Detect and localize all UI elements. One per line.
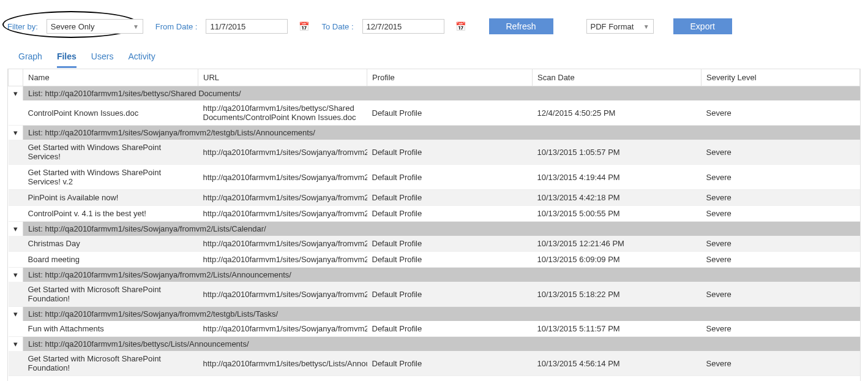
filter-by-select[interactable]: Severe Only ▼ [47,19,143,34]
cell-name: Get Started with Windows SharePoint Serv… [23,165,198,190]
column-name[interactable]: Name [23,69,198,86]
chevron-down-icon: ▼ [133,23,139,30]
cell-name: Get Started with Microsoft SharePoint Fo… [23,282,198,307]
group-header-row: ▾List: http://qa2010farmvm1/sites/bettys… [9,337,860,352]
calendar-icon[interactable]: 📅 [455,21,466,31]
calendar-icon[interactable]: 📅 [299,21,309,31]
column-profile[interactable]: Profile [367,69,533,86]
cell-url: http://qa2010farmvm1/sites/Sowjanya/from… [198,206,367,222]
group-header-row: ▾List: http://qa2010farmvm1/sites/Sowjan… [9,268,860,282]
results-grid: Name URL Profile Scan Date Severity Leve… [7,69,861,381]
group-collapse-icon[interactable]: ▾ [9,126,23,140]
to-date-label: To Date : [321,22,353,31]
table-row[interactable]: PinPoint is Available now!http://qa2010f… [9,190,860,206]
cell-profile: Default Profile [367,282,533,307]
cell-name: Board meeting [23,252,198,268]
cell-url: http://qa2010farmvm1/sites/Sowjanya/from… [198,165,367,190]
cell-profile: Default Profile [367,100,533,126]
cell-profile: Default Profile [367,140,533,165]
cell-scan-date: 12/4/2015 4:50:25 PM [533,100,702,126]
cell-url: http://qa2010farmvm1/sites/Sowjanya/from… [198,140,367,165]
cell-severity: Severe [702,321,860,337]
column-severity[interactable]: Severity Level [702,69,860,86]
cell-name: PinPoint is Available now! [23,190,198,206]
cell-severity: Severe [702,190,860,206]
cell-profile: Default Profile [367,252,533,268]
table-row[interactable]: Board meetinghttp://qa2010farmvm1/sites/… [9,252,860,268]
cell-url: http://qa2010farmvm1/sites/Sowjanya/from… [198,321,367,337]
from-date-value: 11/7/2015 [210,22,245,31]
export-format-value: PDF Format [591,22,634,31]
cell-name: ControlPoint v. 4.1 is the best yet! [23,206,198,222]
export-format-select[interactable]: PDF Format ▼ [586,19,654,34]
group-collapse-icon[interactable]: ▾ [9,307,23,322]
column-header-row: Name URL Profile Scan Date Severity Leve… [9,69,860,86]
cell-url: http://qa2010farmvm1/sites/bettysc/Lists… [198,351,367,376]
table-row[interactable]: Get Started with Microsoft SharePoint Fo… [9,351,860,376]
chevron-down-icon: ▼ [643,23,649,30]
group-header-label: List: http://qa2010farmvm1/sites/Sowjany… [23,307,860,322]
filter-by-value: Severe Only [51,22,95,31]
group-collapse-icon[interactable]: ▾ [9,222,23,236]
table-row[interactable]: Get Started with Windows SharePoint Serv… [9,165,860,190]
tab-graph[interactable]: Graph [18,47,42,68]
cell-name: Get Started with Windows SharePoint Serv… [23,140,198,165]
cell-url: http://qa2010farmvm1/sites/bettysc/Share… [198,100,367,126]
group-header-label: List: http://qa2010farmvm1/sites/Sowjany… [23,222,860,236]
tab-bar: GraphFilesUsersActivity [0,40,868,69]
tab-files[interactable]: Files [57,47,77,68]
group-header-row: ▾List: http://qa2010farmvm1/sites/Sowjan… [9,307,860,322]
cell-severity: Severe [702,236,860,252]
to-date-input[interactable]: 12/7/2015 [362,19,444,34]
group-collapse-icon[interactable]: ▾ [9,86,23,101]
group-header-label: List: http://qa2010farmvm1/sites/Sowjany… [23,268,860,282]
tab-activity[interactable]: Activity [128,47,155,68]
column-scan-date[interactable]: Scan Date [533,69,702,86]
cell-severity: Severe [702,100,860,126]
cell-url: http://qa2010farmvm1/sites/Sowjanya/from… [198,190,367,206]
table-row[interactable]: Christmas Dayhttp://qa2010farmvm1/sites/… [9,236,860,252]
cell-profile: Default Profile [367,206,533,222]
cell-url: http://qa2010farmvm1/sites/Sowjanya/from… [198,252,367,268]
pager: |‹ ‹ 12345678910 ... › ›| Page size: 10 … [8,376,860,381]
cell-scan-date: 10/13/2015 5:00:55 PM [533,206,702,222]
cell-severity: Severe [702,282,860,307]
cell-url: http://qa2010farmvm1/sites/Sowjanya/from… [198,282,367,307]
cell-profile: Default Profile [367,321,533,337]
table-row[interactable]: Get Started with Windows SharePoint Serv… [9,140,860,165]
to-date-value: 12/7/2015 [367,22,402,31]
cell-scan-date: 10/13/2015 6:09:09 PM [533,252,702,268]
table-row[interactable]: Fun with Attachmentshttp://qa2010farmvm1… [9,321,860,337]
refresh-button[interactable]: Refresh [489,18,553,34]
group-header-row: ▾List: http://qa2010farmvm1/sites/Sowjan… [9,222,860,236]
cell-scan-date: 10/13/2015 4:19:44 PM [533,165,702,190]
group-header-label: List: http://qa2010farmvm1/sites/bettysc… [23,337,860,352]
filter-by-label: Filter by: [7,22,38,31]
tab-users[interactable]: Users [91,47,114,68]
cell-scan-date: 10/13/2015 5:18:22 PM [533,282,702,307]
table-row[interactable]: Get Started with Microsoft SharePoint Fo… [9,282,860,307]
column-toggle [9,69,23,86]
filter-toolbar: Filter by: Severe Only ▼ From Date : 11/… [0,0,868,40]
column-url[interactable]: URL [198,69,367,86]
group-header-label: List: http://qa2010farmvm1/sites/bettysc… [23,86,860,101]
cell-name: ControlPoint Known Issues.doc [23,100,198,126]
group-header-label: List: http://qa2010farmvm1/sites/Sowjany… [23,126,860,140]
cell-severity: Severe [702,351,860,376]
cell-profile: Default Profile [367,190,533,206]
group-header-row: ▾List: http://qa2010farmvm1/sites/Sowjan… [9,126,860,140]
export-button[interactable]: Export [673,18,732,34]
cell-severity: Severe [702,252,860,268]
cell-profile: Default Profile [367,351,533,376]
cell-severity: Severe [702,140,860,165]
cell-url: http://qa2010farmvm1/sites/Sowjanya/from… [198,236,367,252]
group-collapse-icon[interactable]: ▾ [9,268,23,282]
table-row[interactable]: ControlPoint v. 4.1 is the best yet!http… [9,206,860,222]
cell-name: Christmas Day [23,236,198,252]
cell-severity: Severe [702,165,860,190]
group-header-row: ▾List: http://qa2010farmvm1/sites/bettys… [9,86,860,101]
table-row[interactable]: ControlPoint Known Issues.dochttp://qa20… [9,100,860,126]
cell-profile: Default Profile [367,165,533,190]
group-collapse-icon[interactable]: ▾ [9,337,23,352]
from-date-input[interactable]: 11/7/2015 [206,19,288,34]
